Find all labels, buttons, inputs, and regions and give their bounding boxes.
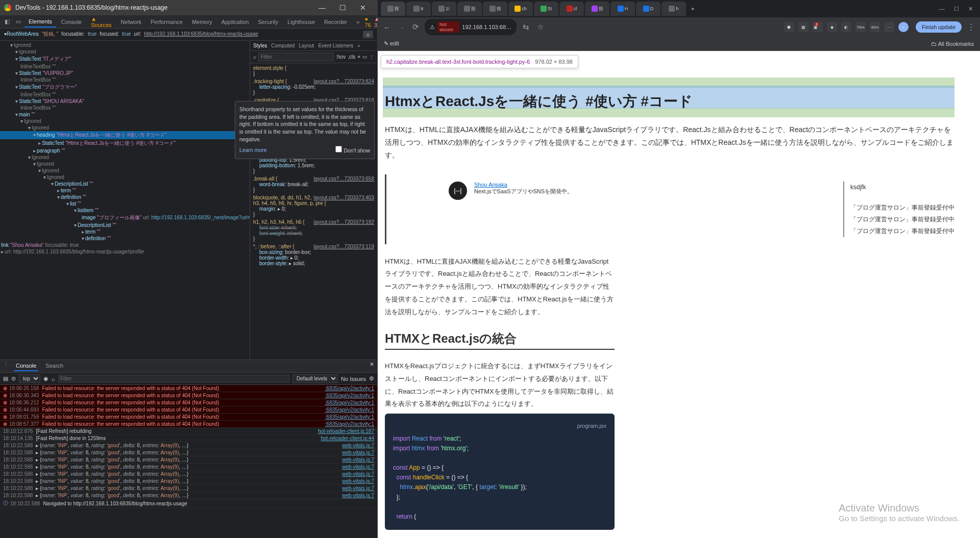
tree-node[interactable]: ▾heading "HtmxとReact.Jsを一緒に使う #使い方 #コード"	[0, 131, 250, 139]
live-expr-icon[interactable]: ◉	[43, 375, 48, 382]
subtab-more-icon[interactable]: »	[357, 43, 360, 48]
browser-tab[interactable]: 投	[585, 2, 609, 16]
tree-node[interactable]: InlineTextBox ""	[0, 105, 250, 111]
console-settings-icon[interactable]: ⚙	[369, 375, 374, 382]
tab-recorder[interactable]: Recorder	[320, 17, 351, 27]
tree-node[interactable]: ▸term ""	[0, 187, 250, 194]
console-log-row[interactable]: 18:10:14.135[Fast Refresh] done in 1259m…	[0, 435, 377, 442]
tab-elements[interactable]: Elements	[24, 16, 56, 28]
tree-node[interactable]: ▸url: http://192.168.1.103:6835/blog/htm…	[0, 248, 250, 255]
console-filter-input[interactable]	[58, 375, 289, 382]
tab-sources[interactable]: ▲ Sources	[87, 14, 115, 30]
tree-node[interactable]: ▾DescriptionList ""	[0, 181, 250, 187]
tree-node[interactable]: ▾listitem ""	[0, 207, 250, 214]
console-log-row[interactable]: ⊗18:06:44.693Failed to load resource: th…	[0, 406, 377, 414]
subtab-eventlisteners[interactable]: Event Listeners	[318, 43, 353, 48]
page-viewport[interactable]: h2.capitalize.break-all.text-3xl.font-bo…	[378, 51, 980, 538]
tree-node[interactable]: ▾Ignored	[0, 154, 250, 161]
tree-node[interactable]: ▾DescriptionList ""	[0, 222, 250, 228]
tree-node[interactable]: ▾Ignored	[0, 42, 250, 48]
share-icon[interactable]: ⇆	[521, 22, 531, 32]
tree-node[interactable]: InlineTextBox ""	[0, 63, 250, 70]
issues-badge[interactable]: No Issues	[341, 376, 366, 382]
browser-tab[interactable]: 1!	[432, 2, 456, 16]
hov-toggle[interactable]: :hov	[336, 54, 346, 60]
tree-node[interactable]: ▾Ignored	[0, 48, 250, 55]
tree-node[interactable]: ▸term ""	[0, 228, 250, 235]
console-log-row[interactable]: 18:10:22.588▸ {name: 'INP', value: 8, ra…	[0, 456, 377, 464]
minimize-icon[interactable]: —	[312, 4, 332, 12]
subtab-styles[interactable]: Styles	[253, 43, 267, 48]
tree-node[interactable]: ▾Ignored	[0, 124, 250, 131]
tree-node[interactable]: ▾definition ""	[0, 194, 250, 200]
console-log-row[interactable]: 18:10:22.588▸ {name: 'INP', value: 8, ra…	[0, 478, 377, 485]
edit-bookmark[interactable]: ✎ edit	[384, 40, 399, 47]
tree-node[interactable]: link "Shou Arisaka" focusable: true	[0, 242, 250, 248]
finish-update-button[interactable]: Finish update	[916, 21, 962, 33]
back-icon[interactable]: ←	[382, 23, 392, 32]
console-log-row[interactable]: ⊗18:06:26.158Failed to load resource: th…	[0, 385, 377, 392]
tree-node[interactable]: ▸StaticText "HtmxとReact.Jsを一緒に使う #使い方 #コ…	[0, 139, 250, 147]
browser-tab[interactable]: 投	[381, 2, 405, 16]
all-bookmarks[interactable]: 🗀 All Bookmarks	[931, 41, 974, 47]
inspect-toggle-icon[interactable]: ◧	[2, 17, 12, 26]
tab-lighthouse[interactable]: Lighthouse	[283, 17, 319, 27]
author-link[interactable]: Shou Arisaka	[474, 182, 507, 188]
console-log-row[interactable]: ⊗18:06:36.212Failed to load resource: th…	[0, 399, 377, 406]
drawer-kebab-icon[interactable]: ⋮	[3, 361, 9, 371]
tree-node[interactable]: image "プロフィール画像" url: http://192.168.1.1…	[0, 214, 250, 222]
close-icon[interactable]: ✕	[968, 6, 973, 12]
context-select[interactable]: top	[19, 374, 40, 383]
subtab-computed[interactable]: Computed	[271, 43, 295, 48]
browser-tab[interactable]: 投	[483, 2, 507, 16]
accessibility-tree[interactable]: ▾Ignored▾Ignored▾StaticText "ITメディア"Inli…	[0, 41, 250, 360]
learn-more-link[interactable]: Learn more	[239, 146, 267, 154]
styles-filter-input[interactable]	[258, 53, 334, 61]
more-styles-icon[interactable]: ⋮	[369, 54, 374, 60]
drawer-tab-search[interactable]: Search	[43, 361, 65, 371]
browser-tab[interactable]: tr	[406, 2, 431, 16]
console-log-row[interactable]: ⓘ18:10:22.588Navigated to http://192.168…	[0, 499, 377, 508]
dont-show-checkbox[interactable]: Don't show	[335, 146, 370, 155]
console-log-row[interactable]: 18:10:22.588▸ {name: 'INP', value: 8, ra…	[0, 485, 377, 492]
console-log-row[interactable]: 18:10:22.588▸ {name: 'INP', value: 8, ra…	[0, 464, 377, 471]
tree-node[interactable]: ▾Ignored	[0, 118, 250, 124]
tab-memory[interactable]: Memory	[188, 17, 216, 27]
close-icon[interactable]: ✕	[353, 4, 373, 12]
computed-toggle-icon[interactable]: ▭	[362, 54, 367, 60]
profile-avatar-icon[interactable]: ●	[898, 22, 909, 32]
browser-tab[interactable]: 投	[457, 2, 482, 16]
ext-icon-4[interactable]: ◆	[827, 22, 837, 32]
console-log-row[interactable]: ⊗18:08:01.759Failed to load resource: th…	[0, 414, 377, 421]
console-log-row[interactable]: ⊗18:08:57.377Failed to load resource: th…	[0, 421, 377, 428]
browser-tab[interactable]: cl	[559, 2, 584, 16]
menu-kebab-icon[interactable]: ⋮	[966, 22, 976, 32]
tree-node[interactable]: ▾list ""	[0, 200, 250, 207]
tab-security[interactable]: Security	[254, 17, 282, 27]
ext-icon-1[interactable]: ⬢	[784, 22, 794, 32]
tab-more-icon[interactable]: »	[352, 17, 363, 27]
tree-node[interactable]: ▾StaticText "VUIPRO.JP"	[0, 70, 250, 76]
ext-icon-7[interactable]: 42m	[870, 22, 880, 32]
add-rule-icon[interactable]: +	[357, 54, 360, 60]
console-log-row[interactable]: ⊗18:06:30.343Failed to load resource: th…	[0, 392, 377, 399]
console-log-row[interactable]: 18:10:22.588▸ {name: 'INP', value: 8, ra…	[0, 449, 377, 456]
subtab-layout[interactable]: Layout	[299, 43, 314, 48]
browser-tab[interactable]: SI	[534, 2, 558, 16]
console-log-row[interactable]: 18:10:12.876[Fast Refresh] rebuildinghot…	[0, 428, 377, 435]
tree-node[interactable]: InlineTextBox ""	[0, 91, 250, 98]
tree-node[interactable]: ▾StaticText "SHOU ARISAKA"	[0, 98, 250, 105]
tree-node[interactable]: ▸paragraph ""	[0, 147, 250, 154]
browser-tab[interactable]: D	[636, 2, 660, 16]
minimize-icon[interactable]: —	[939, 6, 945, 12]
ext-icon-3[interactable]: ▣1	[813, 22, 823, 32]
console-log-row[interactable]: 18:10:22.588▸ {name: 'INP', value: 8, ra…	[0, 471, 377, 478]
warn-count[interactable]: ● 76	[364, 16, 371, 28]
tree-node[interactable]: ▾StaticText "ITメディア"	[0, 55, 250, 63]
tab-performance[interactable]: Performance	[146, 17, 187, 27]
url-bar[interactable]: ⚠ Not secure 192.168.1.103:68…	[425, 19, 517, 35]
new-tab-button[interactable]: +	[687, 6, 698, 12]
reload-icon[interactable]: ⟳	[410, 22, 421, 32]
drawer-tab-console[interactable]: Console	[14, 361, 38, 371]
maximize-icon[interactable]: ☐	[332, 4, 353, 12]
